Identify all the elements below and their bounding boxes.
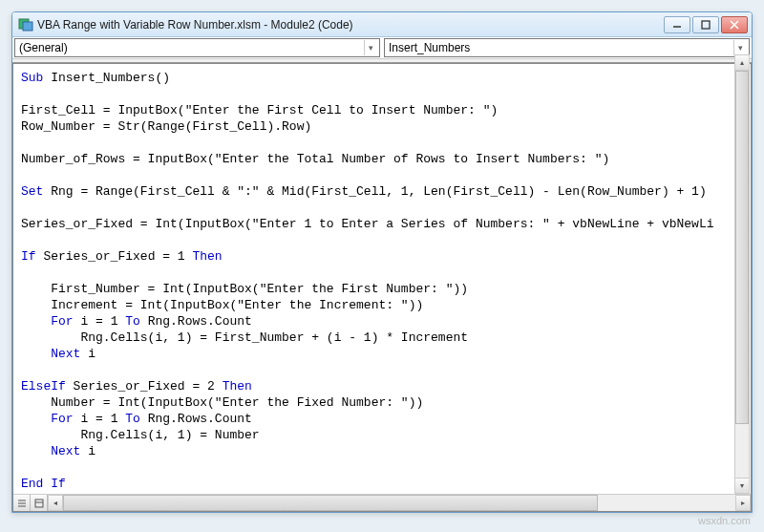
full-module-view-button[interactable] [31, 495, 48, 511]
svg-rect-9 [35, 500, 43, 507]
watermark: wsxdn.com [698, 515, 751, 526]
code-window: VBA Range with Variable Row Number.xlsm … [11, 11, 753, 513]
scroll-up-button[interactable]: ▴ [735, 55, 749, 71]
procedure-dropdown-value: Insert_Numbers [389, 41, 470, 54]
svg-rect-1 [23, 22, 32, 31]
object-dropdown[interactable]: (General) ▾ [14, 38, 380, 57]
procedure-view-button[interactable] [13, 495, 31, 511]
scroll-down-button[interactable]: ▾ [735, 478, 749, 493]
window-controls [664, 16, 748, 33]
code-editor[interactable]: Sub Insert_Numbers() First_Cell = InputB… [13, 64, 751, 494]
object-dropdown-value: (General) [19, 41, 68, 54]
scroll-right-button[interactable]: ▸ [735, 495, 751, 511]
bottom-bar: ◂ ▸ [13, 494, 751, 511]
procedure-dropdown[interactable]: Insert_Numbers ▾ [384, 38, 750, 57]
window-title: VBA Range with Variable Row Number.xlsm … [37, 18, 664, 32]
hscroll-thumb[interactable] [63, 495, 598, 511]
vscroll-thumb[interactable] [735, 71, 749, 424]
scroll-left-button[interactable]: ◂ [48, 495, 63, 511]
horizontal-scrollbar[interactable]: ◂ ▸ [48, 495, 751, 511]
dropdown-bar: (General) ▾ Insert_Numbers ▾ [12, 37, 752, 59]
svg-rect-3 [702, 21, 710, 29]
code-viewport: Sub Insert_Numbers() First_Cell = InputB… [12, 63, 752, 512]
app-icon [18, 17, 33, 32]
chevron-down-icon: ▾ [733, 40, 747, 55]
vertical-scrollbar[interactable]: ▴ ▾ [734, 54, 750, 494]
chevron-down-icon: ▾ [364, 40, 377, 55]
maximize-button[interactable] [692, 16, 719, 33]
close-button[interactable] [721, 16, 748, 33]
minimize-button[interactable] [664, 16, 690, 33]
titlebar: VBA Range with Variable Row Number.xlsm … [12, 12, 752, 37]
